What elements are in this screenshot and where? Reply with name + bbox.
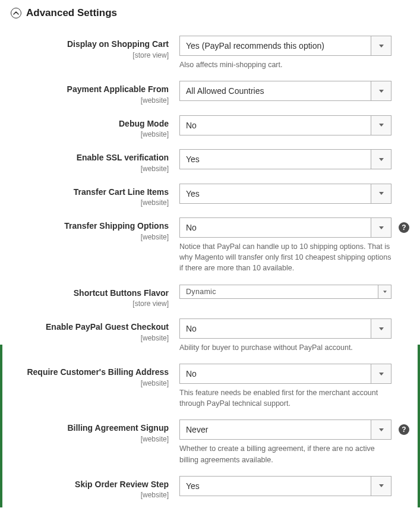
- chevron-up-icon: [11, 8, 21, 18]
- select-require-billing-address[interactable]: No: [179, 364, 391, 384]
- field-enable-guest-checkout: Enable PayPal Guest Checkout [website] N…: [11, 318, 409, 353]
- chevron-down-icon: [378, 285, 391, 298]
- chevron-down-icon: [371, 81, 391, 100]
- select-value: All Allowed Countries: [180, 81, 371, 100]
- select-value: Never: [180, 420, 371, 439]
- field-label: Transfer Shipping Options: [11, 221, 169, 232]
- select-value: No: [180, 218, 371, 237]
- field-skip-order-review: Skip Order Review Step [website] Yes: [11, 476, 409, 500]
- field-enable-ssl: Enable SSL verification [website] Yes: [11, 149, 409, 173]
- field-scope: [website]: [11, 233, 169, 241]
- select-value: Yes: [180, 184, 371, 203]
- select-value: Dynamic: [180, 285, 378, 298]
- select-enable-ssl[interactable]: Yes: [179, 149, 391, 169]
- chevron-down-icon: [371, 420, 391, 439]
- field-scope: [website]: [11, 491, 169, 499]
- field-label: Billing Agreement Signup: [11, 423, 169, 434]
- select-transfer-cart-line-items[interactable]: Yes: [179, 184, 391, 204]
- field-note: Whether to create a billing agreement, i…: [179, 443, 391, 465]
- section-title: Advanced Settings: [26, 7, 117, 19]
- chevron-down-icon: [371, 150, 391, 169]
- select-billing-agreement-signup[interactable]: Never: [179, 419, 391, 440]
- field-scope: [store view]: [11, 51, 169, 59]
- chevron-down-icon: [371, 477, 391, 496]
- highlight-bar-right: [418, 345, 420, 507]
- field-note: Also affects mini-shopping cart.: [179, 59, 391, 70]
- select-payment-applicable-from[interactable]: All Allowed Countries: [179, 81, 391, 101]
- chevron-down-icon: [371, 36, 391, 55]
- field-scope: [website]: [11, 130, 169, 138]
- field-label: Debug Mode: [11, 119, 169, 130]
- field-label: Shortcut Buttons Flavor: [11, 288, 169, 299]
- chevron-down-icon: [371, 184, 391, 203]
- field-scope: [website]: [11, 198, 169, 207]
- field-scope: [website]: [11, 334, 169, 342]
- chevron-down-icon: [371, 218, 391, 237]
- field-label: Require Customer's Billing Address: [11, 367, 169, 378]
- field-label: Enable SSL verification: [11, 153, 169, 163]
- chevron-down-icon: [371, 319, 391, 338]
- help-icon[interactable]: ?: [399, 222, 409, 233]
- field-billing-agreement-signup: Billing Agreement Signup [website] Never…: [11, 419, 409, 465]
- field-transfer-cart-line-items: Transfer Cart Line Items [website] Yes: [11, 184, 409, 207]
- field-shortcut-buttons-flavor: Shortcut Buttons Flavor [store view] Dyn…: [11, 285, 409, 308]
- field-scope: [website]: [11, 379, 169, 387]
- select-shortcut-buttons-flavor[interactable]: Dynamic: [179, 285, 391, 299]
- field-scope: [website]: [11, 165, 169, 173]
- chevron-down-icon: [371, 364, 391, 383]
- field-label: Skip Order Review Step: [11, 480, 169, 490]
- select-display-on-cart[interactable]: Yes (PayPal recommends this option): [179, 36, 391, 56]
- field-label: Enable PayPal Guest Checkout: [11, 322, 169, 333]
- field-label: Payment Applicable From: [11, 84, 169, 95]
- field-require-billing-address: Require Customer's Billing Address [webs…: [11, 364, 409, 409]
- field-scope: [store view]: [11, 299, 169, 308]
- highlight-bar-left: [0, 345, 2, 507]
- select-transfer-shipping-options[interactable]: No: [179, 217, 391, 238]
- field-scope: [website]: [11, 435, 169, 443]
- select-enable-guest-checkout[interactable]: No: [179, 318, 391, 339]
- field-scope: [website]: [11, 96, 169, 105]
- select-value: No: [180, 319, 371, 338]
- section-header[interactable]: Advanced Settings: [11, 7, 409, 19]
- select-debug-mode[interactable]: No: [179, 115, 391, 135]
- select-value: Yes (PayPal recommends this option): [180, 36, 371, 55]
- field-note: Notice that PayPal can handle up to 10 s…: [179, 241, 391, 273]
- chevron-down-icon: [371, 116, 391, 135]
- field-debug-mode: Debug Mode [website] No: [11, 115, 409, 139]
- field-transfer-shipping-options: Transfer Shipping Options [website] No N…: [11, 217, 409, 273]
- select-value: Yes: [180, 477, 371, 496]
- field-note: Ability for buyer to purchase without Pa…: [179, 342, 391, 353]
- select-value: No: [180, 364, 371, 383]
- field-label: Transfer Cart Line Items: [11, 187, 169, 198]
- field-note: This feature needs be enabled first for …: [179, 387, 391, 409]
- field-label: Display on Shopping Cart: [11, 39, 169, 50]
- field-display-on-cart: Display on Shopping Cart [store view] Ye…: [11, 36, 409, 70]
- select-value: Yes: [180, 150, 371, 169]
- select-skip-order-review[interactable]: Yes: [179, 476, 391, 496]
- field-payment-applicable-from: Payment Applicable From [website] All Al…: [11, 81, 409, 105]
- select-value: No: [180, 116, 371, 135]
